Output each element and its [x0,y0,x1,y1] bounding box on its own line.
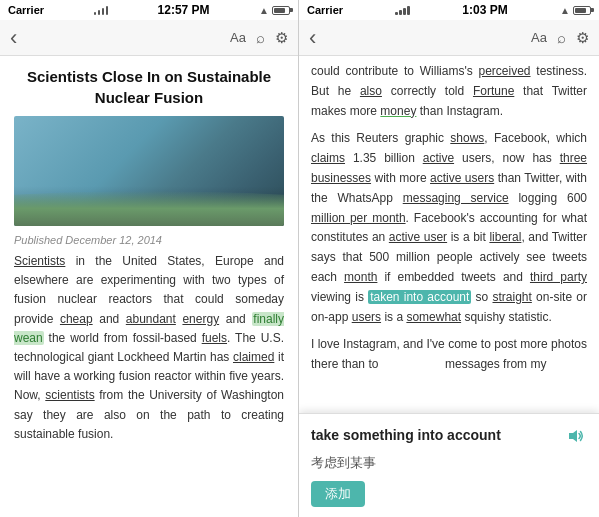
dict-add-button[interactable]: 添加 [311,481,365,507]
left-search-icon[interactable]: ⌕ [256,29,265,46]
left-settings-icon[interactable]: ⚙ [275,29,288,47]
cheap-link[interactable]: cheap [60,312,93,326]
left-status-icons: ▲ [259,5,290,16]
left-toolbar-left: ‹ [10,27,17,49]
left-article-content: Scientists Close In on Sustainable Nucle… [0,56,298,517]
abundant-link[interactable]: abundant [126,312,176,326]
perceived-link[interactable]: perceived [478,64,530,78]
scientists2-link[interactable]: scientists [45,388,94,402]
left-time: 12:57 PM [158,3,210,17]
taken-highlight[interactable]: taken into account [368,290,471,304]
right-time: 1:03 PM [462,3,507,17]
dict-translation: 考虑到某事 [311,452,587,473]
svg-marker-0 [569,430,577,442]
left-signal-icon [94,5,109,15]
left-article-title: Scientists Close In on Sustainable Nucle… [14,66,284,108]
left-article-image [14,116,284,226]
dict-popup-header: take something into account [311,424,587,447]
right-carrier: Carrier [307,4,343,16]
right-signal-icon [395,5,410,15]
scientists-link[interactable]: Scientists [14,254,65,268]
right-search-icon[interactable]: ⌕ [557,29,566,46]
claims-link[interactable]: claims [311,151,345,165]
right-body-2: As this Reuters graphic shows, Facebook,… [311,129,587,327]
dict-sound-icon[interactable] [565,425,587,447]
liberal-link[interactable]: liberal [489,230,521,244]
third-link[interactable]: third party [530,270,587,284]
right-wifi-icon: ▲ [560,5,570,16]
shows-link[interactable]: shows [450,131,484,145]
dictionary-popup: take something into account 考虑到某事 添加 [299,413,599,517]
left-battery-icon [272,6,290,15]
fortune-link[interactable]: Fortune [473,84,514,98]
left-carrier: Carrier [8,4,44,16]
right-status-icons: ▲ [560,5,591,16]
users-link[interactable]: users [352,310,381,324]
active-user-link[interactable]: active user [389,230,447,244]
messaging-link[interactable]: messaging service [403,191,509,205]
right-toolbar: ‹ Aa ⌕ ⚙ [299,20,599,56]
right-toolbar-left: ‹ [309,27,316,49]
money-link[interactable]: money [380,104,416,118]
left-status-bar: Carrier 12:57 PM ▲ [0,0,298,20]
right-settings-icon[interactable]: ⚙ [576,29,589,47]
left-font-button[interactable]: Aa [230,30,246,45]
dict-phrase: take something into account [311,424,501,447]
right-body-3: I love Instagram, and I've come to post … [311,335,587,375]
fuels-link[interactable]: fuels [202,331,227,345]
month-link[interactable]: month [344,270,377,284]
left-panel: Carrier 12:57 PM ▲ ‹ Aa ⌕ ⚙ [0,0,299,517]
straight-link[interactable]: straight [493,290,532,304]
right-back-button[interactable]: ‹ [309,27,316,49]
left-wifi-icon: ▲ [259,5,269,16]
right-toolbar-right: Aa ⌕ ⚙ [531,29,589,47]
claimed-link[interactable]: claimed [233,350,274,364]
left-article-date: Published December 12, 2014 [14,234,284,246]
right-article-content: could contribute to Williams's perceived… [299,56,599,517]
active-link[interactable]: active [423,151,454,165]
million-link[interactable]: million per month [311,211,406,225]
left-article-body: Scientists in the United States, Europe … [14,252,284,444]
also-link[interactable]: also [360,84,382,98]
right-battery-icon [573,6,591,15]
somewhat-link[interactable]: somewhat [406,310,461,324]
active2-link[interactable]: active users [430,171,494,185]
energy-link[interactable]: energy [182,312,219,326]
left-toolbar-right: Aa ⌕ ⚙ [230,29,288,47]
right-status-bar: Carrier 1:03 PM ▲ [299,0,599,20]
right-font-button[interactable]: Aa [531,30,547,45]
left-back-button[interactable]: ‹ [10,27,17,49]
right-panel: Carrier 1:03 PM ▲ ‹ Aa ⌕ ⚙ [299,0,599,517]
right-body-intro: could contribute to Williams's perceived… [311,62,587,121]
left-toolbar: ‹ Aa ⌕ ⚙ [0,20,298,56]
